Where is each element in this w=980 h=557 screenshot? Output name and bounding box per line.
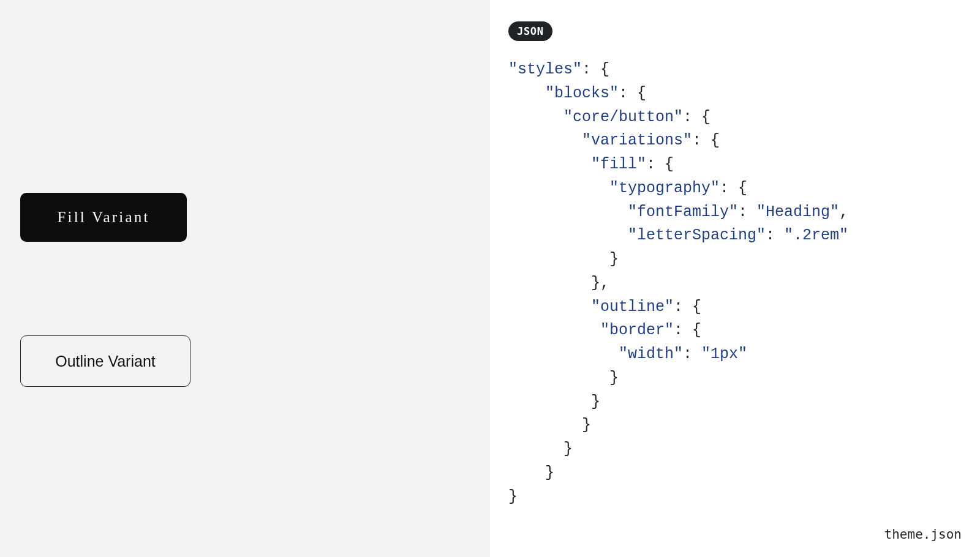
language-badge: JSON <box>508 21 552 41</box>
fill-variant-button-label: Fill Variant <box>57 209 149 226</box>
outline-variant-button[interactable]: Outline Variant <box>20 335 190 387</box>
fill-variant-button[interactable]: Fill Variant <box>20 193 187 242</box>
code-block: "styles": { "blocks": { "core/button": {… <box>508 58 962 509</box>
preview-panel: Fill Variant Outline Variant <box>0 0 490 557</box>
outline-variant-button-label: Outline Variant <box>55 353 156 370</box>
filename-label: theme.json <box>884 527 962 542</box>
code-panel: JSON "styles": { "blocks": { "core/butto… <box>490 0 980 557</box>
